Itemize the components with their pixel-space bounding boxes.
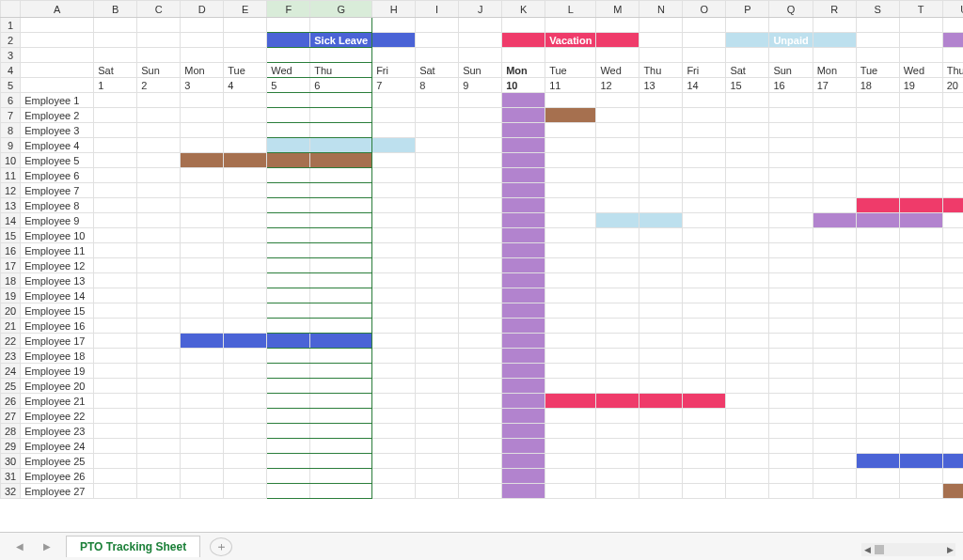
- cell-Q11[interactable]: [769, 168, 813, 183]
- cell-G7[interactable]: [310, 108, 372, 123]
- cell-P9[interactable]: [726, 138, 769, 153]
- cell-U32[interactable]: [942, 484, 963, 499]
- cell-J7[interactable]: [459, 108, 502, 123]
- cell-E30[interactable]: [224, 454, 267, 469]
- cell-K8[interactable]: [502, 123, 545, 138]
- row-header-17[interactable]: 17: [1, 258, 21, 273]
- cell-G16[interactable]: [310, 243, 372, 258]
- cell-Q9[interactable]: [769, 138, 813, 153]
- cell-M32[interactable]: [596, 484, 639, 499]
- cell-E21[interactable]: [224, 319, 267, 334]
- cell-S12[interactable]: [856, 183, 899, 198]
- cell-M1[interactable]: [596, 18, 639, 33]
- cell-S30[interactable]: [856, 454, 899, 469]
- cell-C17[interactable]: [137, 258, 181, 273]
- cell-Q18[interactable]: [769, 273, 813, 288]
- cell-N2[interactable]: [639, 33, 683, 48]
- cell-A22[interactable]: Employee 17: [21, 334, 94, 349]
- cell-N28[interactable]: [639, 424, 683, 439]
- cell-G24[interactable]: [310, 364, 372, 379]
- cell-S1[interactable]: [856, 18, 899, 33]
- cell-G12[interactable]: [310, 183, 372, 198]
- cell-O14[interactable]: [683, 213, 726, 228]
- cell-T32[interactable]: [899, 484, 942, 499]
- row-header-2[interactable]: 2: [1, 33, 21, 48]
- cell-M2[interactable]: [596, 33, 639, 48]
- cell-O22[interactable]: [683, 334, 726, 349]
- cell-U10[interactable]: [942, 153, 963, 168]
- row-header-5[interactable]: 5: [1, 78, 21, 93]
- cell-O11[interactable]: [683, 168, 726, 183]
- cell-U26[interactable]: [942, 394, 963, 409]
- cell-U27[interactable]: [942, 409, 963, 424]
- cell-N12[interactable]: [639, 183, 683, 198]
- cell-E26[interactable]: [224, 394, 267, 409]
- cell-C20[interactable]: [137, 303, 181, 319]
- cell-K31[interactable]: [502, 469, 545, 484]
- col-header-H[interactable]: H: [372, 1, 416, 18]
- cell-M11[interactable]: [596, 168, 639, 183]
- cell-N31[interactable]: [639, 469, 683, 484]
- cell-N21[interactable]: [639, 319, 683, 334]
- cell-D20[interactable]: [181, 303, 224, 319]
- cell-N30[interactable]: [639, 454, 683, 469]
- cell-R9[interactable]: [813, 138, 856, 153]
- cell-Q27[interactable]: [769, 409, 813, 424]
- cell-E3[interactable]: [224, 48, 267, 63]
- cell-P7[interactable]: [726, 108, 769, 123]
- cell-E25[interactable]: [224, 379, 267, 394]
- cell-L23[interactable]: [545, 349, 596, 364]
- cell-H10[interactable]: [372, 153, 416, 168]
- cell-H26[interactable]: [372, 394, 416, 409]
- cell-K1[interactable]: [502, 18, 545, 33]
- cell-H11[interactable]: [372, 168, 416, 183]
- cell-B16[interactable]: [94, 243, 137, 258]
- cell-S14[interactable]: [856, 213, 899, 228]
- cell-O28[interactable]: [683, 424, 726, 439]
- cell-I31[interactable]: [416, 469, 459, 484]
- cell-C16[interactable]: [137, 243, 181, 258]
- cell-D1[interactable]: [181, 18, 224, 33]
- cell-L1[interactable]: [545, 18, 596, 33]
- cell-E5[interactable]: 4: [224, 78, 267, 93]
- cell-N1[interactable]: [639, 18, 683, 33]
- cell-C22[interactable]: [137, 334, 181, 349]
- cell-H31[interactable]: [372, 469, 416, 484]
- cell-G8[interactable]: [310, 123, 372, 138]
- cell-U4[interactable]: Thu: [942, 63, 963, 78]
- cell-U22[interactable]: [942, 334, 963, 349]
- cell-I18[interactable]: [416, 273, 459, 288]
- cell-K13[interactable]: [502, 198, 545, 213]
- cell-M29[interactable]: [596, 439, 639, 454]
- cell-N26[interactable]: [639, 394, 683, 409]
- add-sheet-button[interactable]: ＋: [210, 537, 232, 556]
- cell-S31[interactable]: [856, 469, 899, 484]
- row-header-29[interactable]: 29: [1, 439, 21, 454]
- cell-C24[interactable]: [137, 364, 181, 379]
- cell-K6[interactable]: [502, 93, 545, 108]
- cell-K7[interactable]: [502, 108, 545, 123]
- row-header-16[interactable]: 16: [1, 243, 21, 258]
- cell-T3[interactable]: [899, 48, 942, 63]
- cell-R2[interactable]: [813, 33, 856, 48]
- cell-L32[interactable]: [545, 484, 596, 499]
- cell-O25[interactable]: [683, 379, 726, 394]
- cell-C18[interactable]: [137, 273, 181, 288]
- cell-G28[interactable]: [310, 424, 372, 439]
- cell-O15[interactable]: [683, 228, 726, 243]
- col-header-D[interactable]: D: [181, 1, 224, 18]
- cell-A31[interactable]: Employee 26: [21, 469, 94, 484]
- cell-R19[interactable]: [813, 288, 856, 303]
- row-header-21[interactable]: 21: [1, 319, 21, 334]
- cell-S2[interactable]: [856, 33, 899, 48]
- cell-Q30[interactable]: [769, 454, 813, 469]
- cell-G30[interactable]: [310, 454, 372, 469]
- cell-F20[interactable]: [267, 303, 310, 319]
- cell-T10[interactable]: [899, 153, 942, 168]
- row-header-1[interactable]: 1: [1, 18, 21, 33]
- col-header-K[interactable]: K: [502, 1, 545, 18]
- cell-E16[interactable]: [224, 243, 267, 258]
- cell-P5[interactable]: 15: [726, 78, 769, 93]
- cell-B28[interactable]: [94, 424, 137, 439]
- cell-G4[interactable]: Thu: [310, 63, 372, 78]
